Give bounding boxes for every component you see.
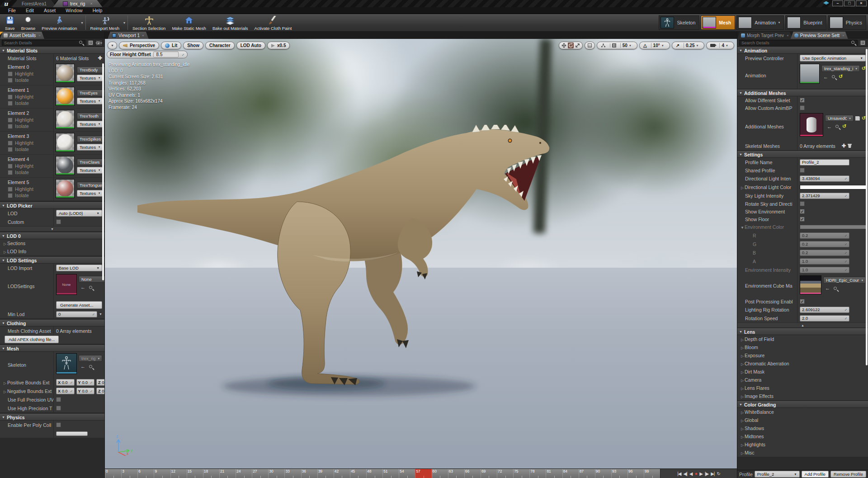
tab-trex-rig[interactable]: trex_rig × [53,0,103,7]
expander-icon[interactable]: ▷ [3,390,7,394]
custom-checkbox[interactable] [56,219,61,224]
play-forward-button[interactable]: ▶ [699,471,703,476]
highlight-checkbox-row[interactable]: Highlight [8,94,53,100]
reset-icon[interactable]: ↺ [862,115,866,121]
lod-import-dropdown[interactable]: Base LOD▼ [56,265,102,271]
lodsettings-dropdown[interactable]: None▾ [79,276,104,283]
rotate-sky-checkbox[interactable] [800,201,805,206]
show-button[interactable]: Show [183,42,203,49]
isolate-checkbox-row[interactable]: Isolate [8,146,53,152]
timeline-frame-93[interactable]: 93 [611,469,627,478]
bounds-x-field[interactable]: X0.0↔ [56,379,75,386]
timeline-frame-48[interactable]: 48 [366,469,382,478]
reset-icon[interactable]: ↺ [862,66,866,71]
rotation-snap-value[interactable]: 10°▼ [651,43,666,48]
bounds-z-field[interactable]: Z0.0↔ [96,379,104,386]
search-details-input[interactable] [739,40,858,46]
scale-snap-button[interactable]: ↗ [676,43,681,48]
lit-button[interactable]: Lit [161,42,181,49]
isolate-checkbox[interactable] [8,170,13,175]
settings-header[interactable]: ▼Settings [737,151,868,158]
timeline-frame-99[interactable]: 99 [644,469,660,478]
directional-light-color-swatch[interactable] [800,185,867,189]
material-thumbnail[interactable] [56,87,75,106]
high-precision-checkbox[interactable] [56,406,61,411]
use-selected-icon[interactable]: ← [80,284,85,290]
bounds-z-field[interactable]: Z0.0↔ [96,388,104,394]
lod0-header[interactable]: ▼LOD 0 [0,232,104,239]
material-select-dropdown[interactable]: TrexClaws▾ [77,159,104,166]
per-poly-collision-checkbox[interactable] [56,422,61,427]
mode-physics-button[interactable]: Physics [828,15,866,30]
close-button[interactable]: × [856,0,867,6]
color-grading-row-highlights[interactable]: ▷Highlights [737,440,868,449]
timeline-frame-66[interactable]: 66 [464,469,481,478]
lens-row-bloom[interactable]: ▷Bloom [737,343,868,351]
highlight-checkbox[interactable] [8,141,13,146]
highlight-checkbox[interactable] [8,164,13,169]
animation-dropdown[interactable]: trex_standing_idle▾ [821,65,860,72]
trash-icon[interactable] [848,144,852,148]
material-thumbnail[interactable] [56,110,75,129]
color-grading-header[interactable]: ▼Color Grading [737,401,868,408]
tab-morph-target-preview[interactable]: Morph Target Prev × [737,32,793,39]
timeline-ruler[interactable]: 0369121518212427303336394245485154576063… [105,469,660,478]
row-sections[interactable]: ▷Sections [0,239,104,247]
highlight-checkbox[interactable] [8,118,13,123]
timeline-frame-27[interactable]: 27 [252,469,268,478]
scale-tool-button[interactable] [575,43,580,48]
timeline-frame-42[interactable]: 42 [334,469,350,478]
translate-tool-button[interactable] [561,43,567,48]
color-grading-row-misc[interactable]: ▷Misc [737,449,868,457]
timeline-frame-96[interactable]: 96 [627,469,644,478]
preview-controller-dropdown[interactable]: Use Specific Animation▼ [800,55,866,62]
timeline-frame-3[interactable]: 3 [121,469,137,478]
material-slots-header[interactable]: ▼Material Slots [0,47,104,54]
highlight-checkbox[interactable] [8,71,13,76]
material-select-dropdown[interactable]: TrexTeeth▾ [77,113,104,119]
highlight-checkbox[interactable] [8,187,13,192]
timeline-frame-63[interactable]: 63 [448,469,464,478]
lod-auto-button[interactable]: LOD Auto [236,42,265,49]
material-thumbnail[interactable] [56,64,75,83]
color-grading-row-whitebalance[interactable]: ▷WhiteBalance [737,408,868,416]
expander-icon[interactable]: ▷ [3,381,7,385]
isolate-checkbox-row[interactable]: Isolate [8,169,53,175]
min-lod-spinner[interactable]: 0↔ [56,311,97,317]
preview-animation-button[interactable]: Preview Animation [38,14,80,31]
character-button[interactable]: Character [205,42,235,49]
grid-snap-value[interactable]: 50▼ [620,43,633,48]
material-thumbnail[interactable] [56,156,75,175]
close-tab-icon[interactable]: × [38,33,41,38]
surface-snap-button[interactable] [601,43,608,48]
record-button[interactable]: ● [694,471,697,476]
timeline-frame-75[interactable]: 75 [513,469,529,478]
cube-map-thumbnail[interactable] [800,275,821,294]
drag-handle-icon[interactable]: ↔ [180,52,185,57]
textures-dropdown[interactable]: Textures▾ [77,121,103,128]
timeline-frame-9[interactable]: 9 [154,469,170,478]
timeline-frame-84[interactable]: 84 [562,469,579,478]
timeline-frame-78[interactable]: 78 [529,469,546,478]
bounds-y-field[interactable]: Y0.0↔ [76,379,95,386]
timeline-frame-72[interactable]: 72 [497,469,513,478]
activate-cloth-paint-button[interactable]: Activate Cloth Paint [251,14,295,31]
section-expander[interactable]: ▼ [0,226,104,231]
profile-name-input[interactable]: Profile_2 [800,159,849,166]
tab-forestarea1[interactable]: ForestArea1 [12,0,57,7]
view-options-grid-button[interactable] [87,40,94,46]
isolate-checkbox[interactable] [8,124,13,129]
isolate-checkbox-row[interactable]: Isolate [8,123,53,129]
textures-dropdown[interactable]: Textures▾ [77,190,103,197]
chevron-down-icon[interactable]: ▾ [123,21,125,25]
isolate-checkbox-row[interactable]: Isolate [8,192,53,199]
full-precision-checkbox[interactable] [56,397,61,402]
browse-icon[interactable] [832,75,835,78]
timeline-frame-0[interactable]: 0 [105,469,121,478]
timeline-frame-45[interactable]: 45 [350,469,366,478]
restore-button[interactable]: □ [844,0,855,6]
tab-asset-details[interactable]: Asset Details × [0,32,44,39]
floor-height-offset-control[interactable]: Floor Height Offset 8.5 ↔ [107,51,188,58]
use-selected-icon[interactable]: ← [825,285,830,291]
step-forward-button[interactable]: |▶ [705,471,708,476]
